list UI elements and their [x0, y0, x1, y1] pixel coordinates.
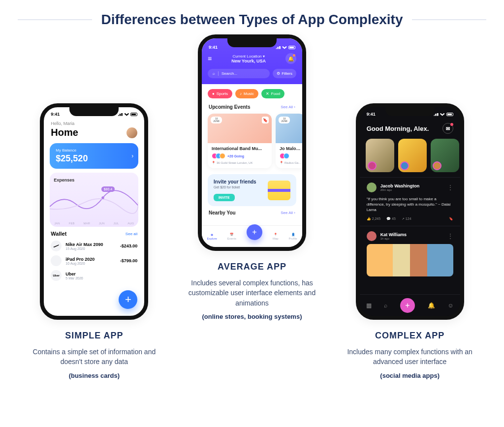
location-row: ≡ Current Location ▾ New Yourk, USA 🔔 [208, 53, 296, 64]
event-card[interactable]: 10JUNE Jo Malon... 📍Radius Ga... [276, 114, 305, 168]
examples: (business cards) [25, 372, 163, 379]
event-card[interactable]: 10JUNE 🔖 International Band Mu... +20 Go… [208, 114, 272, 168]
like-icon[interactable]: 👍 2,245 [367, 217, 380, 221]
loc-value: New Yourk, USA [231, 59, 266, 63]
event-name: International Band Mu... [212, 146, 268, 151]
col-average: 9:41 ≡ Current Location ▾ New Yourk, USA… [176, 34, 329, 320]
status-time: 9:41 [209, 45, 218, 50]
comment-icon[interactable]: 💬 45 [386, 217, 396, 221]
section-upcoming: Upcoming Events See All › [202, 103, 302, 111]
story[interactable] [431, 139, 459, 172]
item-date: 15 Aug 2020 [65, 247, 116, 250]
month: AUG [127, 222, 134, 225]
columns: 9:41 Hello, Maria Home My Balance $25,52… [18, 39, 486, 379]
wallet-row[interactable]: Nike Air Max 209015 Aug 2020 -$243.00 [51, 241, 137, 251]
status-icons [118, 113, 137, 116]
description: Includes several complex functions, has … [183, 278, 321, 308]
pin-icon: 📍 [212, 161, 215, 164]
post-author: Kat Williams [380, 232, 407, 237]
bell-icon[interactable]: 🔔 [428, 302, 435, 309]
share-icon[interactable]: ↗ 124 [402, 217, 411, 221]
chip-music[interactable]: ♪Music [235, 89, 258, 98]
going-count: +20 Going [227, 154, 244, 158]
svg-point-0 [102, 196, 104, 199]
phone-average: 9:41 ≡ Current Location ▾ New Yourk, USA… [198, 34, 306, 251]
status-time: 9:41 [367, 112, 376, 117]
story[interactable] [398, 139, 427, 172]
item-name: iPad Pro 2020 [65, 257, 116, 262]
event-image: 10JUNE 🔖 [208, 114, 272, 143]
stories-row [360, 139, 460, 177]
avatar[interactable] [367, 231, 377, 241]
label-simple: SIMPLE APP Contains a simple set of info… [25, 320, 163, 379]
event-name: Jo Malon... [280, 146, 301, 151]
examples: (online stores, booking systems) [183, 313, 321, 320]
add-fab[interactable]: + [400, 298, 415, 313]
wallet-row[interactable]: iPad Pro 202010 Aug 2020 -$799.00 [51, 255, 137, 266]
wifi-icon [124, 113, 129, 116]
tab-map[interactable]: 📍Map [273, 233, 279, 240]
menu-icon[interactable]: ≡ [208, 55, 212, 62]
chip-sports[interactable]: ●Sports [208, 89, 232, 98]
tab-explore[interactable]: ◉Explore [207, 233, 217, 240]
item-date: 10 Aug 2020 [65, 262, 116, 265]
item-price: -$799.00 [120, 258, 138, 263]
home-title: Home [51, 127, 78, 138]
invite-banner[interactable]: Invite your friends Get $20 for ticket I… [208, 174, 296, 206]
filters-button[interactable]: ⚙Filters [273, 69, 296, 78]
rule-left [18, 19, 92, 20]
add-fab[interactable]: + [119, 290, 137, 309]
tab-profile[interactable]: 👤Profile [289, 233, 297, 240]
post: Jacob Washington20m ago ⋮ "If you think … [360, 177, 460, 226]
calendar-icon: 📅 [230, 233, 233, 236]
heading: AVERAGE APP [183, 262, 321, 272]
more-icon[interactable]: ⋮ [447, 233, 453, 240]
more-icon[interactable]: ⋮ [447, 184, 453, 191]
search-input[interactable]: ⌕Search... [208, 69, 270, 78]
loc-label: Current Location ▾ [232, 54, 264, 59]
label-average: AVERAGE APP Includes several complex fun… [183, 251, 321, 320]
avatar[interactable] [126, 127, 137, 138]
see-all-link[interactable]: See all [126, 232, 137, 236]
post-header: Jacob Washington20m ago ⋮ [367, 183, 453, 192]
notch [69, 107, 119, 116]
greeting-text: Hello, Maria [44, 121, 144, 126]
location[interactable]: Current Location ▾ New Yourk, USA [231, 54, 266, 63]
bookmark-icon[interactable]: 🔖 [449, 217, 453, 221]
expenses-chart [50, 187, 138, 217]
post-author: Jacob Washington [380, 183, 420, 188]
bell-icon[interactable]: 🔔 [285, 53, 296, 64]
item-price: -$243.00 [120, 244, 138, 248]
item-date: 5 Mar 2020 [65, 276, 133, 280]
item-name: Uber [65, 272, 133, 276]
bookmark-icon[interactable]: 🔖 [262, 117, 269, 123]
signal-icon [276, 46, 281, 49]
messages-icon[interactable]: ✉ [442, 123, 453, 134]
tab-events[interactable]: 📅Events [227, 233, 236, 240]
avatar[interactable] [367, 183, 377, 192]
balance-card[interactable]: My Balance $25,520 › [50, 143, 138, 169]
notch [385, 107, 435, 116]
item-name: Nike Air Max 2090 [65, 242, 116, 247]
heading: COMPLEX APP [341, 331, 479, 341]
wallet-row[interactable]: Uber Uber5 Mar 2020 [51, 270, 137, 281]
greeting-row: Good Morning, Alex. ✉ [360, 119, 460, 139]
profile-icon[interactable]: ☺ [447, 302, 453, 309]
chip-food[interactable]: ✕Food [261, 89, 284, 98]
story[interactable] [366, 139, 394, 172]
chips-row: ●Sports ♪Music ✕Food [202, 84, 302, 103]
expenses-card[interactable]: Expenses $80.4 JAN FEB MAR JUN JUL AUG [50, 173, 138, 227]
signal-icon [118, 113, 123, 116]
see-all-link[interactable]: See All › [281, 211, 295, 215]
post-image[interactable] [367, 244, 453, 276]
section-title: Upcoming Events [209, 104, 250, 110]
invite-button[interactable]: INVITE [214, 194, 235, 201]
wifi-icon [282, 46, 287, 49]
status-icons [276, 46, 295, 49]
date-badge: 10JUNE [279, 117, 290, 123]
feed-icon[interactable]: ▦ [366, 302, 372, 309]
search-icon[interactable]: ⌕ [384, 302, 387, 309]
add-fab[interactable]: + [247, 224, 262, 240]
col-complex: 9:41 Good Morning, Alex. ✉ Jacob W [333, 103, 486, 379]
see-all-link[interactable]: See All › [281, 105, 295, 109]
